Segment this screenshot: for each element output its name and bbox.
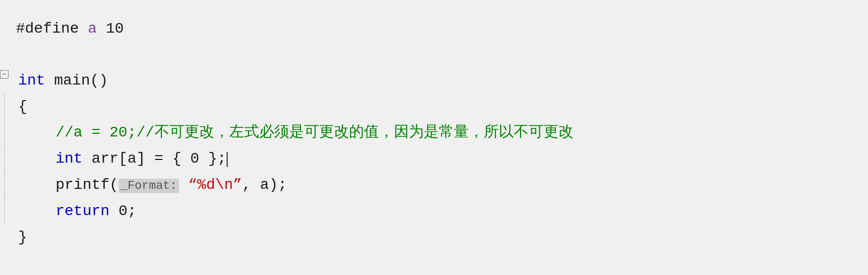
code-line-1: #define a 10 — [0, 16, 868, 42]
vline-7 — [4, 172, 5, 198]
code-editor: #define a 10 − int main() { //a = 20;//不… — [0, 11, 868, 256]
function-name: main() — [54, 72, 108, 89]
macro-define: #define — [16, 20, 79, 37]
code-line-9: } — [0, 225, 868, 251]
code-line-8: return 0; — [0, 198, 868, 225]
fold-button[interactable]: − — [0, 70, 9, 79]
code-line-5: //a = 20;//不可更改，左式必须是可更改的值，因为是常量，所以不可更改 — [0, 120, 868, 146]
keyword-int: int — [18, 72, 45, 89]
format-hint: _Format: — [119, 179, 180, 193]
code-line-2 — [0, 42, 868, 68]
keyword-return: return — [56, 203, 110, 219]
macro-identifier: a — [88, 20, 97, 37]
keyword-int-2: int — [56, 150, 82, 167]
code-line-7: printf(_Format: “%d\n”, a); — [0, 172, 868, 198]
vline-5 — [4, 120, 5, 146]
macro-value: 10 — [106, 20, 124, 37]
format-string: “%d\n” — [179, 177, 242, 193]
brace-close: } — [18, 229, 27, 246]
vline-6 — [4, 146, 5, 172]
printf-func: printf( — [56, 177, 119, 193]
code-line-3: − int main() — [0, 68, 868, 94]
code-line-6: int arr[a] = { 0 }; — [0, 146, 868, 172]
brace-open: { — [18, 98, 27, 115]
comment-text: //a = 20;//不可更改，左式必须是可更改的值，因为是常量，所以不可更改 — [56, 124, 574, 141]
text-cursor — [227, 152, 228, 167]
vline-8 — [4, 198, 5, 225]
vline-4 — [4, 94, 5, 120]
code-line-4: { — [0, 94, 868, 120]
arr-statement: arr[a] = { 0 }; — [91, 150, 226, 167]
return-value: 0; — [119, 203, 137, 219]
printf-args: , a); — [242, 177, 287, 193]
